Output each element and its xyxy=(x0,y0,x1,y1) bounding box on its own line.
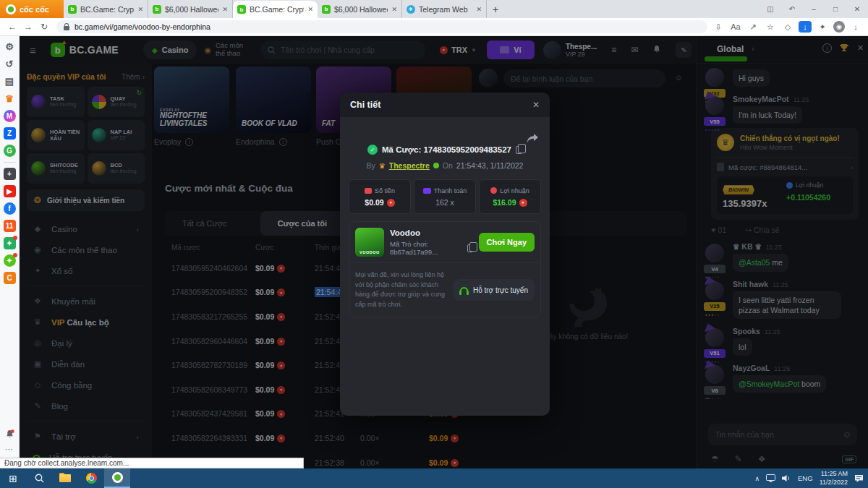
bet-username[interactable]: Thespectre xyxy=(389,161,430,170)
lock-icon xyxy=(64,26,69,30)
reload-button[interactable]: ↻ xyxy=(36,22,52,32)
new-tab-button[interactable]: + xyxy=(487,0,504,18)
notification-bell-icon[interactable] xyxy=(5,429,14,439)
extensions-icon[interactable]: ✦ xyxy=(816,21,829,33)
sale-11-11-icon[interactable]: 11 xyxy=(4,220,16,232)
volume-icon[interactable] xyxy=(782,474,791,482)
game-code: Mã Trò chơi: 8b67ad17a99... xyxy=(390,240,473,256)
history-icon[interactable]: ↺ xyxy=(4,58,16,70)
game-name: Voodoo xyxy=(390,228,473,237)
coccoc-brand[interactable]: cốc cốc xyxy=(0,0,64,18)
browser-tab[interactable]: ✈Telegram Web✕ xyxy=(402,0,487,18)
file-explorer-icon[interactable] xyxy=(52,468,78,488)
network-icon[interactable] xyxy=(766,474,775,482)
game-thumbnail[interactable]: VOODOO xyxy=(355,228,384,257)
address-bar[interactable]: bc.game/vi/game/voodoo-by-endorphina xyxy=(56,20,707,33)
system-tray: ∧ ENG 11:25 AM 11/2/2022 xyxy=(754,470,868,487)
browser-side-rail: ⚙↺▤♛MZG+▶f11✦✦C ⋯ xyxy=(0,36,20,468)
unread-dot xyxy=(13,253,17,257)
tab-close-icon[interactable]: ✕ xyxy=(391,6,397,13)
reading-list-icon[interactable]: ▤ xyxy=(4,75,16,87)
save-page-icon[interactable]: ⇩ xyxy=(712,21,725,33)
url-text[interactable]: bc.game/vi/game/voodoo-by-endorphina xyxy=(75,22,210,31)
minimize-button[interactable]: – xyxy=(803,5,825,13)
settings-icon[interactable]: ⚙ xyxy=(4,40,16,53)
bookmark-star-icon[interactable]: ☆ xyxy=(764,21,777,33)
profile-avatar-icon[interactable]: ◉ xyxy=(833,21,845,33)
youtube-icon[interactable]: ▶ xyxy=(4,185,16,197)
reopen-tab-icon[interactable]: ↶ xyxy=(781,5,803,13)
rail-divider xyxy=(4,162,16,163)
coccoc-brand-label: cốc cốc xyxy=(20,5,49,14)
language-indicator[interactable]: ENG xyxy=(798,474,813,482)
browser-tab[interactable]: bBC.Game: Crypto Casino Gan✕ xyxy=(233,1,318,18)
taskbar-clock[interactable]: 11:25 AM 11/2/2022 xyxy=(820,470,848,487)
verified-shield-icon: ✓ xyxy=(367,145,378,155)
bcgame-favicon-icon: b xyxy=(153,5,161,14)
modal-title: Chi tiết xyxy=(350,100,380,110)
on-label: On xyxy=(443,161,453,170)
cart-icon[interactable]: C xyxy=(4,272,16,284)
tab-close-icon[interactable]: ✕ xyxy=(307,6,313,13)
bcgame-favicon-icon: b xyxy=(237,5,246,14)
start-button[interactable]: ⊞ xyxy=(0,468,26,488)
copy-icon[interactable] xyxy=(516,146,522,154)
tab-close-icon[interactable]: ✕ xyxy=(476,6,482,13)
download-manager-icon[interactable]: ↓ xyxy=(799,21,812,33)
amount-icon xyxy=(365,188,372,194)
chrome-icon[interactable] xyxy=(78,468,104,488)
rail-icons: ⚙↺▤♛MZG+▶f11✦✦C xyxy=(4,40,16,284)
downloads-tray-icon[interactable]: ↓ xyxy=(849,21,862,33)
tab-title: $6,000 Halloween Slot Battle xyxy=(334,5,388,14)
live-support-button[interactable]: Hỗ trợ trực tuyến xyxy=(454,279,535,301)
stat-payout: Thanh toán 162 x xyxy=(414,179,476,214)
tab-close-icon[interactable]: ✕ xyxy=(222,6,228,13)
crown-icon: ♛ xyxy=(379,162,386,170)
messenger-icon[interactable]: M xyxy=(4,110,16,122)
bet-datetime: 21:54:43, 1/11/2022 xyxy=(456,161,524,170)
tab-title: BC.Game: Crypto Casino Gan xyxy=(250,5,304,14)
translate-icon[interactable]: Aa xyxy=(729,21,742,33)
forward-button[interactable]: → xyxy=(20,22,36,32)
browser-tab[interactable]: b$6,000 Halloween Slot Battle✕ xyxy=(318,0,402,18)
share-icon[interactable]: ↗ xyxy=(746,21,760,33)
coccoc-taskbar-icon[interactable] xyxy=(104,468,130,488)
adblock-shield-icon[interactable]: ◇ xyxy=(781,21,794,33)
screen: cốc cốc bBC.Game: Crypto Casino Gam✕b$6,… xyxy=(0,0,868,488)
modal-header: Chi tiết ✕ xyxy=(340,93,550,117)
modal-close-icon[interactable]: ✕ xyxy=(532,100,540,110)
facebook-icon[interactable]: f xyxy=(4,202,16,215)
browser-tab[interactable]: bBC.Game: Crypto Casino Gam✕ xyxy=(64,0,148,18)
close-window-button[interactable]: ✕ xyxy=(846,5,868,13)
games-icon[interactable]: G xyxy=(4,145,16,157)
taskbar-search-icon[interactable] xyxy=(26,468,52,488)
browser-tab[interactable]: b$6,000 Halloween Slot Battle✕ xyxy=(148,0,233,18)
tab-title: BC.Game: Crypto Casino Gam xyxy=(80,5,134,14)
browser-status-bar: Đang chờ collect.analyse.lneam.com... xyxy=(0,458,304,468)
deal-chat-icon[interactable]: ✦ xyxy=(4,254,16,267)
rail-more-icon[interactable]: ⋯ xyxy=(5,445,14,454)
zalo-icon[interactable]: Z xyxy=(4,127,16,140)
back-button[interactable]: ← xyxy=(4,22,20,32)
help-text: Mọi vấn đề, xin vui lòng liên hệ với bộ … xyxy=(355,270,448,309)
vip-crown-icon[interactable]: ♛ xyxy=(4,93,16,105)
bcgame-favicon-icon: b xyxy=(68,5,77,14)
gift-icon[interactable]: ✦ xyxy=(4,237,16,249)
taskbar: ⊞ ∧ ENG 11:25 AM 11/2/2022 xyxy=(0,468,868,488)
play-now-button[interactable]: Chơi Ngay xyxy=(479,233,535,252)
add-shortcut-icon[interactable]: + xyxy=(4,168,16,180)
tray-expand-icon[interactable]: ∧ xyxy=(754,475,760,482)
stat-profit: Lợi nhuận $16.09 xyxy=(479,179,541,214)
tab-close-icon[interactable]: ✕ xyxy=(137,6,143,13)
action-center-icon[interactable] xyxy=(854,474,864,483)
copy-icon[interactable] xyxy=(467,244,473,252)
tab-search-icon[interactable]: ◫ xyxy=(760,5,781,13)
bet-id: Mã Cược: 1748305952009483527 xyxy=(382,145,511,154)
telegram-favicon-icon: ✈ xyxy=(407,5,415,14)
trx-coin-icon xyxy=(519,199,527,207)
maximize-button[interactable]: □ xyxy=(825,5,846,13)
stat-amount: Số tiền $0.09 xyxy=(349,179,411,214)
trx-coin-icon xyxy=(387,199,395,207)
game-panel: VOODOO Voodoo Mã Trò chơi: 8b67ad17a99..… xyxy=(349,221,541,317)
bet-id-row: ✓ Mã Cược: 1748305952009483527 xyxy=(340,145,550,155)
